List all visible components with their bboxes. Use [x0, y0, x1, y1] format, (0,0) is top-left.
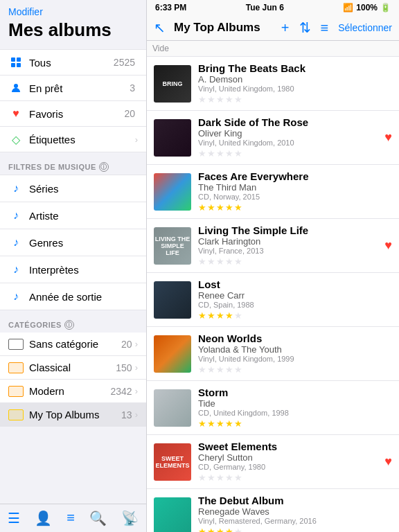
category-modern[interactable]: Modern 2342 › [0, 380, 146, 403]
star-2: ★ [207, 256, 215, 267]
top-bar-right: + ⇅ ≡ Sélectionner [280, 19, 393, 36]
heart-icon: ♥ [384, 238, 392, 253]
star-5: ★ [234, 472, 242, 483]
star-2: ★ [207, 364, 215, 375]
nav-person[interactable]: 👤 [35, 510, 52, 526]
add-button[interactable]: + [280, 20, 291, 36]
album-meta: Vinyl, Remastered, Germany, 2016 [198, 517, 388, 525]
album-stars: ★★★★★ [198, 148, 380, 159]
nav-list[interactable]: ≡ [66, 510, 75, 526]
star-3: ★ [216, 202, 224, 213]
star-2: ★ [207, 472, 215, 483]
star-4: ★ [225, 526, 233, 532]
select-button[interactable]: Sélectionner [337, 22, 393, 33]
star-3: ★ [216, 94, 224, 105]
nav-menu[interactable]: ☰ [8, 510, 20, 526]
modifier-button[interactable]: Modifier [8, 6, 43, 17]
album-artist: Yolanda & The Youth [198, 344, 388, 355]
album-title: Neon Worlds [198, 332, 388, 344]
star-5: ★ [234, 364, 242, 375]
album-meta: Vinyl, United Kingdom, 1999 [198, 355, 388, 363]
star-3: ★ [216, 526, 224, 532]
back-button[interactable]: ↖ [152, 19, 167, 36]
star-3: ★ [216, 418, 224, 429]
album-meta: CD, Spain, 1988 [198, 301, 388, 309]
music-icon-series: ♪ [8, 181, 24, 196]
filters-section-header: FILTRES DE MUSIQUE ⓘ [0, 152, 146, 175]
page-title: Mes albums [8, 18, 138, 46]
star-5: ★ [234, 418, 242, 429]
star-1: ★ [198, 418, 206, 429]
album-title: Lost [198, 278, 388, 290]
album-row-faces[interactable]: Faces Are Everywhere The Third Man CD, N… [147, 165, 399, 219]
album-row-living[interactable]: LIVING THE SIMPLE LIFE Living The Simple… [147, 219, 399, 273]
category-classical[interactable]: Classical 150 › [0, 356, 146, 380]
filter-interpretes[interactable]: ♪ Interprètes [0, 256, 146, 283]
heart-icon: ♥ [8, 106, 24, 121]
album-stars: ★★★★★ [198, 472, 380, 483]
sidebar-main-items: Tous 2525 En prêt 3 ♥ Favoris 20 ◇ Étiqu… [0, 49, 146, 152]
album-stars: ★★★★★ [198, 94, 388, 105]
album-title: Dark Side of The Rose [198, 116, 380, 128]
sidebar-item-tous[interactable]: Tous 2525 [0, 49, 146, 76]
category-icon-mytop [8, 409, 24, 420]
status-right: 📶 100% 🔋 [343, 3, 391, 12]
heart-icon: ♥ [384, 130, 392, 145]
album-row-lost[interactable]: Lost Renee Carr CD, Spain, 1988 ★★★★★ [147, 273, 399, 327]
filter-artiste[interactable]: ♪ Artiste [0, 202, 146, 229]
categories-section-header: CATÉGORIES ⓘ [0, 310, 146, 332]
sidebar-item-en-pret[interactable]: En prêt 3 [0, 76, 146, 101]
album-title: Storm [198, 387, 388, 398]
sidebar-item-etiquettes[interactable]: ◇ Étiquettes › [0, 127, 146, 152]
star-4: ★ [225, 364, 233, 375]
album-artist: A. Demson [198, 74, 388, 85]
album-title: The Debut Album [198, 495, 388, 506]
album-row-bring[interactable]: BRING Bring The Beats Back A. Demson Vin… [147, 57, 399, 111]
category-sans[interactable]: Sans catégorie 20 › [0, 332, 146, 356]
nav-broadcast[interactable]: 📡 [121, 510, 139, 526]
album-row-sweet[interactable]: SWEET ELEMENTS Sweet Elements Cheryl Sut… [147, 435, 399, 489]
album-row-neon[interactable]: Neon Worlds Yolanda & The Youth Vinyl, U… [147, 327, 399, 381]
wifi-icon: 📶 [343, 3, 353, 12]
interpretes-label: Interprètes [29, 264, 79, 276]
sidebar: Modifier Mes albums Tous 2525 [0, 0, 147, 532]
star-2: ★ [207, 148, 215, 159]
top-bar-left: ↖ My Top Albums [152, 19, 260, 36]
list-view-button[interactable]: ≡ [319, 20, 330, 36]
album-row-debut[interactable]: The Debut Album Renegade Waves Vinyl, Re… [147, 489, 399, 532]
nav-search[interactable]: 🔍 [89, 510, 107, 526]
category-mytop[interactable]: My Top Albums 13 › [0, 403, 146, 427]
classical-count: 150 [116, 362, 132, 373]
star-1: ★ [198, 364, 206, 375]
album-row-dark[interactable]: Dark Side of The Rose Oliver King Vinyl,… [147, 111, 399, 165]
album-artist: Oliver King [198, 128, 380, 139]
star-5: ★ [234, 310, 242, 321]
genres-label: Genres [29, 237, 63, 249]
album-info: Faces Are Everywhere The Third Man CD, N… [198, 170, 388, 213]
album-stars: ★★★★★ [198, 256, 380, 267]
star-5: ★ [234, 526, 242, 532]
sort-button[interactable]: ⇅ [298, 19, 312, 36]
star-4: ★ [225, 202, 233, 213]
filter-series[interactable]: ♪ Séries [0, 175, 146, 202]
svg-rect-2 [11, 63, 15, 67]
filter-annee[interactable]: ♪ Année de sortie [0, 283, 146, 310]
etiquettes-chevron: › [135, 134, 138, 145]
star-3: ★ [216, 364, 224, 375]
star-4: ★ [225, 148, 233, 159]
svg-rect-1 [17, 57, 21, 62]
sans-label: Sans catégorie [29, 338, 121, 350]
album-artist: Renee Carr [198, 290, 388, 301]
album-title: Faces Are Everywhere [198, 170, 388, 182]
album-artist: The Third Man [198, 182, 388, 193]
star-1: ★ [198, 256, 206, 267]
music-icon-annee: ♪ [8, 289, 24, 304]
star-5: ★ [234, 256, 242, 267]
en-pret-count: 3 [130, 82, 135, 94]
svg-rect-0 [11, 57, 15, 62]
album-row-storm[interactable]: Storm Tide CD, United Kingdom, 1998 ★★★★… [147, 381, 399, 435]
filter-genres[interactable]: ♪ Genres [0, 229, 146, 256]
star-2: ★ [207, 418, 215, 429]
grid-icon [8, 55, 24, 70]
sidebar-item-favoris[interactable]: ♥ Favoris 20 [0, 101, 146, 127]
